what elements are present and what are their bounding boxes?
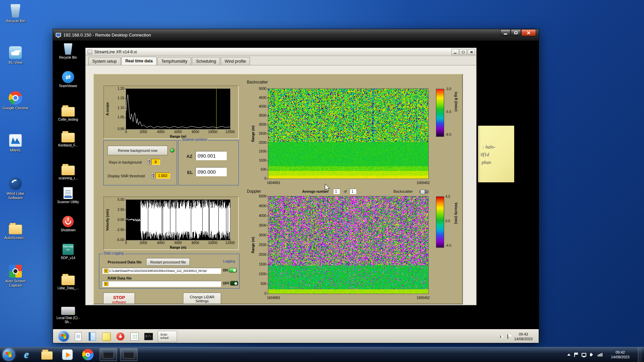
scan-sched-window-button[interactable]: Scan sched <box>158 331 177 342</box>
rays-in-background-field[interactable]: 8 <box>151 159 160 165</box>
desktop-icon-auto-screen-capture[interactable]: Auto Screen Capture <box>0 265 31 288</box>
cmd-icon[interactable]: C:\ <box>144 331 154 342</box>
snr-spinner[interactable] <box>151 173 155 178</box>
logging-on-led <box>229 268 237 273</box>
icon-label: Scanner Utility <box>53 200 83 204</box>
colorbar-tick: -5.5 <box>445 110 451 114</box>
colorbar-tick: 4.0 <box>445 195 450 198</box>
rdp-clock-time: 09:43 <box>514 332 533 337</box>
rays-in-background-label: Rays in background <box>109 160 142 164</box>
folder-icon <box>61 107 75 117</box>
spreadsheet-icon[interactable] <box>129 331 140 342</box>
desktop-icon-bl-view[interactable]: BL-View <box>0 46 31 65</box>
show-hidden-icons-chevron[interactable] <box>567 354 571 356</box>
minimize-button[interactable] <box>500 29 511 36</box>
app-titlebar[interactable]: StreamLine XR v14-6.vi <box>86 48 476 56</box>
backscatter-heatmap[interactable] <box>250 85 432 186</box>
taskbar-media-player[interactable] <box>59 348 76 361</box>
recycle-bin-icon <box>10 3 21 17</box>
app-minimize-button[interactable] <box>451 49 459 55</box>
doppler-heatmap[interactable] <box>250 193 432 301</box>
a-scope-chart-box <box>103 85 239 139</box>
rays-spinner[interactable] <box>147 159 151 165</box>
rdp-titlebar[interactable]: 192.168.0.150 - Remote Desktop Connectio… <box>53 29 539 41</box>
taskbar-remote-session-1[interactable] <box>100 348 117 361</box>
logging-label: Logging <box>222 259 236 263</box>
icon-label: Lidar_Data_... <box>53 286 83 290</box>
renew-background-button[interactable]: Renew background now <box>108 146 168 155</box>
host-clock[interactable]: 09:42 14/08/2023 <box>606 350 634 359</box>
sticky-note[interactable]: : halo- 0f1d phan <box>478 126 514 182</box>
maximize-button[interactable] <box>511 29 521 36</box>
display-icon[interactable] <box>582 353 586 357</box>
start-button[interactable] <box>3 349 15 361</box>
rdp-icon-local-disk[interactable]: Local Disk (C) - Sh... <box>53 304 83 324</box>
desktop-icon-autoscreen[interactable]: AutoScreen... <box>0 222 31 240</box>
rdp-icon-scanner-utility[interactable]: Scanner Utility <box>53 187 83 204</box>
rdp-clock[interactable]: 09:43 14/08/2023 <box>514 332 533 341</box>
el-label: EL <box>187 170 193 175</box>
power-shortcut-icon[interactable] <box>115 331 125 342</box>
rdp-icon-rdp-v14[interactable]: Raw Data loc RDP_v14 <box>53 244 83 260</box>
stop-software-button[interactable]: STOP software <box>103 293 135 304</box>
taskbar-remote-session-2[interactable] <box>120 348 138 361</box>
rdp-icon-shutdown[interactable]: Shutdown <box>53 216 83 232</box>
rdp-icon-recycle-bin[interactable]: Recycle Bin <box>53 43 83 60</box>
rdp-icon-cville-testing[interactable]: Cville_testing <box>53 104 83 122</box>
tab-real-time-data[interactable]: Real time data <box>121 57 157 65</box>
on-label: ON <box>223 268 228 272</box>
snr-threshold-field[interactable]: 1.002 <box>155 173 170 179</box>
rdp-start-button[interactable] <box>58 331 69 342</box>
folder-icon <box>41 351 53 360</box>
mouse-cursor <box>325 184 331 192</box>
volume-icon[interactable] <box>500 336 502 338</box>
tab-temp-humidity[interactable]: Temp/humidity <box>157 57 191 65</box>
journal-icon[interactable] <box>87 331 97 342</box>
app-close-button[interactable] <box>468 49 475 55</box>
rdp-icon-lidar-data[interactable]: Lidar_Data_... <box>53 273 83 290</box>
raw-data-icon: Raw Data loc <box>62 244 74 255</box>
processed-logging-toggle[interactable]: ON <box>223 268 237 273</box>
volume-icon[interactable] <box>590 354 592 356</box>
icon-label: Recycle Bin <box>53 56 83 60</box>
tab-wind-profile[interactable]: Wind profile <box>221 57 250 65</box>
restart-processed-file-button[interactable]: Restart processed file <box>146 258 190 266</box>
raw-path-field[interactable]: C <box>102 281 221 287</box>
host-clock-date: 14/08/2023 <box>606 355 634 359</box>
change-button-line2: Settings <box>196 299 209 303</box>
velocity-graph[interactable] <box>104 197 238 249</box>
backscatter-colorbar <box>436 89 444 137</box>
rdp-icon-scanning[interactable]: scanning_r... <box>53 163 83 180</box>
rdp-icon-teamviewer[interactable]: ⇄ TeamViewer <box>53 71 83 88</box>
change-lidar-settings-button[interactable]: Change LiDAR Settings <box>183 293 221 304</box>
close-button[interactable] <box>521 29 536 36</box>
real-time-data-panel: Renew background now Rays in background … <box>93 74 463 304</box>
desktop-icon-wind-lidar[interactable]: Wind Lidar Software <box>0 177 31 200</box>
action-center-icon[interactable] <box>574 353 578 357</box>
desktop-icon-mw41[interactable]: MW41 <box>0 134 31 153</box>
processed-path-field[interactable]: C C:\Lidar\Data\Proc\2023\202308\2023081… <box>102 268 221 274</box>
tab-system-setup[interactable]: System setup <box>88 57 121 65</box>
rdp-icon-kentland[interactable]: Kentland_F... <box>53 130 83 147</box>
sticky-notes-icon[interactable] <box>101 331 111 342</box>
taskbar-chrome[interactable] <box>79 348 97 361</box>
show-desktop-button[interactable] <box>638 347 642 362</box>
desktop-icon-recycle-bin[interactable]: Recycle Bin <box>0 3 31 23</box>
app-maximize-button[interactable] <box>460 49 467 55</box>
notepad-icon[interactable] <box>73 331 83 342</box>
icon-label: Wind Lidar Software <box>0 191 31 200</box>
el-field[interactable]: 090.000 <box>196 167 227 176</box>
a-scope-graph[interactable] <box>104 86 238 138</box>
folder-icon <box>61 276 75 285</box>
raw-logging-toggle[interactable]: OFF <box>223 281 238 286</box>
internet-explorer-icon: e <box>24 349 29 361</box>
taskbar-explorer[interactable] <box>38 348 56 361</box>
taskbar-ie[interactable]: e <box>18 348 35 361</box>
tab-scheduling[interactable]: Scheduling <box>192 57 220 65</box>
desktop-icon-google-chrome[interactable]: Google Chrome <box>0 91 31 110</box>
action-center-icon[interactable] <box>507 335 511 339</box>
network-icon[interactable] <box>598 353 602 357</box>
data-logging-label: Data Logging <box>103 251 125 255</box>
az-field[interactable]: 090.001 <box>196 151 227 160</box>
chrome-icon <box>82 349 94 360</box>
